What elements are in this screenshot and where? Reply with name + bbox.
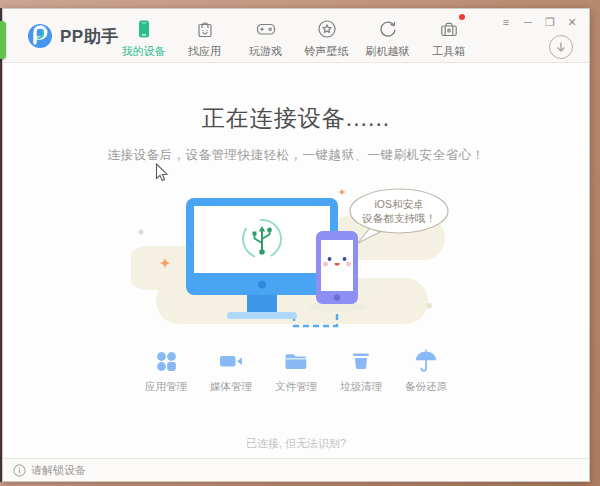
toolbox-icon (439, 17, 459, 41)
pp-logo-icon (27, 23, 53, 49)
phone-illustration (308, 231, 366, 312)
device-phone-icon (134, 17, 154, 41)
tab-toolbox[interactable]: 工具箱 (418, 17, 479, 59)
main-nav: 我的设备 找应用 (113, 17, 479, 59)
trash-icon (348, 348, 374, 374)
tab-my-device[interactable]: 我的设备 (113, 17, 174, 59)
feature-backup-restore[interactable]: 备份还原 (403, 348, 449, 394)
apps-grid-icon (153, 348, 179, 374)
feature-label: 备份还原 (405, 380, 447, 394)
docked-edge-handle[interactable] (0, 21, 6, 59)
notification-dot (459, 14, 465, 20)
menu-button[interactable]: ≡ (498, 14, 514, 30)
tab-label: 工具箱 (432, 44, 465, 59)
feature-label: 应用管理 (145, 380, 187, 394)
status-message: 请解锁设备 (31, 463, 86, 478)
tab-find-apps[interactable]: 找应用 (174, 17, 235, 59)
page-title: 正在连接设备...... (3, 103, 589, 134)
feature-label: 文件管理 (275, 380, 317, 394)
main-content: 正在连接设备...... 连接设备后，设备管理快捷轻松，一键越狱、一键刷机安全省… (3, 63, 589, 458)
page-subtitle: 连接设备后，设备管理快捷轻松，一键越狱、一键刷机安全省心！ (3, 147, 589, 164)
umbrella-icon (413, 348, 439, 374)
header: PP助手 我的设备 (3, 9, 589, 63)
feature-label: 垃圾清理 (340, 380, 382, 394)
info-icon (13, 464, 26, 477)
star-circle-icon (317, 17, 337, 41)
status-bar: 请解锁设备 (3, 458, 589, 481)
gamepad-icon (255, 17, 277, 41)
connection-illustration: iOS和安卓 设备都支持哦！ (131, 186, 461, 336)
tab-label: 我的设备 (122, 44, 166, 59)
refresh-icon (378, 17, 398, 41)
maximize-button[interactable]: ❐ (542, 14, 558, 30)
tab-ringtones-wallpapers[interactable]: 铃声壁纸 (296, 17, 357, 59)
tab-label: 找应用 (188, 44, 221, 59)
feature-app-management[interactable]: 应用管理 (143, 348, 189, 394)
decor-dot (426, 303, 432, 309)
not-recognized-link[interactable]: 已连接, 但无法识别? (246, 436, 346, 451)
feature-junk-cleanup[interactable]: 垃圾清理 (338, 348, 384, 394)
decor-dot (139, 230, 144, 235)
app-bag-icon (195, 17, 215, 41)
pp-assistant-window: PP助手 我的设备 (2, 8, 590, 482)
download-arrow-button[interactable] (549, 35, 573, 59)
app-logo: PP助手 (27, 23, 119, 49)
close-button[interactable]: ✕ (564, 14, 580, 30)
bubble-text-line1: iOS和安卓 (374, 198, 423, 210)
window-controls: ≡ ─ ❐ ✕ (498, 14, 580, 30)
tab-label: 玩游戏 (249, 44, 282, 59)
feature-label: 媒体管理 (210, 380, 252, 394)
minimize-button[interactable]: ─ (520, 14, 536, 30)
tab-flash-jailbreak[interactable]: 刷机越狱 (357, 17, 418, 59)
app-title: PP助手 (60, 25, 119, 48)
bubble-text-line2: 设备都支持哦！ (361, 212, 436, 224)
tab-label: 刷机越狱 (366, 44, 410, 59)
feature-row: 应用管理 媒体管理 文件管理 (3, 348, 589, 394)
video-camera-icon (218, 348, 244, 374)
tab-label: 铃声壁纸 (305, 44, 349, 59)
folder-icon (283, 348, 309, 374)
tab-play-games[interactable]: 玩游戏 (235, 17, 296, 59)
feature-media-management[interactable]: 媒体管理 (208, 348, 254, 394)
arrow-down-icon (555, 41, 567, 53)
feature-file-management[interactable]: 文件管理 (273, 348, 319, 394)
